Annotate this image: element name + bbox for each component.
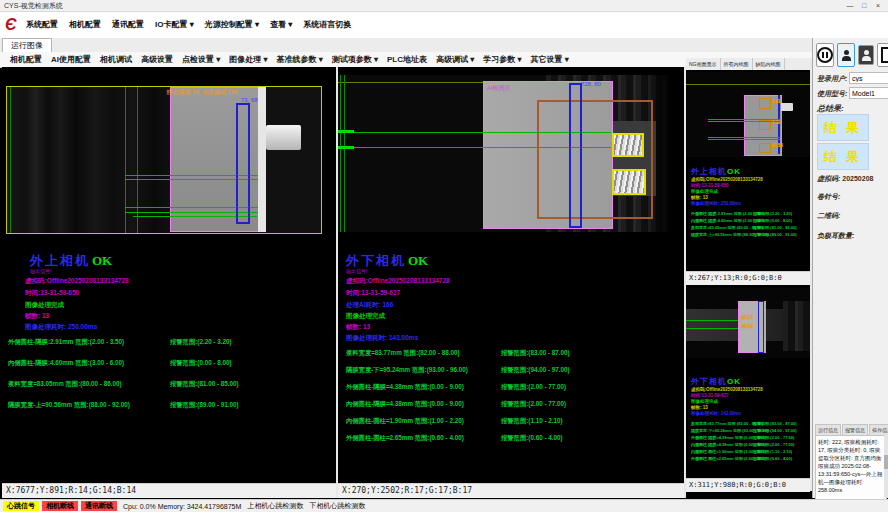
measurement-row: 内侧圆柱-隔膜=4.38mm 范围:(0.00 - 9.00)报警范围:(2.0… (691, 442, 797, 449)
exit-icon: → (881, 47, 888, 63)
roi-green-vline (340, 75, 341, 232)
white-strip (258, 87, 266, 232)
minimize-button[interactable]: — (844, 0, 856, 12)
coord-overlay-text: 73, 68 (241, 97, 258, 103)
upper-camera-heartbeat-label: 上相机心跳检测数 (247, 501, 303, 511)
toolbar-item[interactable]: 图像处理 ▾ (229, 54, 267, 65)
maximize-button[interactable]: □ (858, 0, 870, 12)
camera-sub-note: 输出信号! (30, 268, 51, 274)
measurement-list: 浆料宽度=83.77mm 范围:(82.00 - 88.00)报警范围:(83.… (346, 349, 680, 451)
done-line: 图像处理完成 (25, 301, 64, 310)
measurement-row: 内侧圆柱-圆柱=1.90mm 范围:(1.00 - 2.20)报警范围:(1.1… (691, 449, 797, 456)
pin-number-label: 卷针号: (817, 192, 840, 202)
lower-camera-image[interactable]: AI检测区 728, 80 (338, 75, 684, 232)
measure-line (708, 137, 780, 138)
toolbar-item[interactable]: 高级调试 ▾ (436, 54, 474, 65)
measurement-row: 内侧圆柱-圆柱=1.90mm 范围:(1.00 - 2.20)报警范围:(1.1… (346, 417, 680, 434)
elapsed-line: 图像处理耗时: 143.00ms (691, 411, 797, 417)
log-tab[interactable]: 运行信息 (815, 424, 841, 435)
toolbar-item[interactable]: 点检设置 ▾ (182, 54, 220, 65)
ok-badge: OK (727, 167, 741, 176)
measure-line (686, 328, 742, 329)
menu-item[interactable]: 查看 ▾ (270, 19, 292, 30)
measurement-list: 浆料宽度=83.77mm 范围:(82.00 - 88.00)报警范围:(83.… (691, 421, 797, 463)
total-result-label: 总结果: (817, 103, 844, 114)
measurement-row: 隔膜宽度-上=90.56mm 范围:(88.00 - 92.00)报警范围:(8… (8, 401, 332, 422)
close-button[interactable]: × (872, 0, 884, 12)
elapsed-line: 图像处理耗时: 250.00ms (691, 201, 797, 207)
log-tab[interactable]: 报警信息 (842, 424, 868, 435)
measurement-row: 内侧圆柱-隔膜=4.38mm 范围:(0.00 - 9.00)报警范围:(2.0… (346, 400, 680, 417)
toolbar-item[interactable]: AI使用配置 (51, 54, 91, 65)
toolbar-item[interactable]: 高级设置 (141, 54, 173, 65)
negative-tab-count-label: 负极耳数量: (817, 231, 854, 241)
toolbar-item[interactable]: 相机配置 (10, 54, 42, 65)
lower-camera-panel: AI检测区 728, 80 外下相机OK 输出信号! 虚拟码:Offline20… (338, 67, 684, 498)
status-badge: 通讯断线 (81, 501, 117, 511)
user-icon (842, 50, 851, 61)
elapsed-line: 图像处理耗时: 250.00ms (25, 323, 97, 332)
menu-item[interactable]: 系统配置 (26, 19, 58, 30)
roi-blue-rect (569, 83, 582, 228)
measurement-row: 浆料宽度=83.05mm 范围:(80.00 - 86.00)报警范围:(81.… (691, 225, 797, 232)
measurement-row: 外侧圆柱-隔膜:2.91mm 范围:(2.00 - 3.50)报警范围:(2.2… (691, 211, 797, 218)
menu-item[interactable]: 相机配置 (69, 19, 101, 30)
measure-line-bright (338, 146, 354, 149)
measurement-list: 外侧圆柱-隔膜:2.91mm 范围:(2.00 - 3.50)报警范围:(2.2… (691, 211, 797, 239)
result-lower-box: 结 果 (817, 143, 869, 170)
operator-button[interactable] (858, 45, 874, 65)
log-content: 耗时: 222, 瑕疵检测耗时: 17, 瑕疵分类耗时: 0, 瑕疵提取分区耗时… (815, 435, 887, 501)
ai-elapsed-line: 处理AI耗时: 166 (346, 301, 393, 310)
toolbar-item[interactable]: 基准线参数 ▾ (277, 54, 323, 65)
measurement-row: 外侧圆柱-圆柱=2.65mm 范围:(0.60 - 4.00)报警范围:(0.6… (691, 456, 797, 463)
measure-line (708, 121, 780, 122)
roi-blue-rect (758, 301, 764, 353)
barcode-line: 虚拟码:Offline20250208133134728 (346, 277, 450, 286)
thumbnail-tab[interactable]: 所有内线图 (721, 58, 753, 70)
toolbar-item[interactable]: 相机调试 (100, 54, 132, 65)
upper-camera-statusbar: X:7677;Y:891;R:14;G:14;B:14 (2, 483, 336, 498)
pause-icon (817, 47, 833, 63)
model-input[interactable] (849, 87, 888, 99)
ng-thumb-lower-image[interactable]: 83.77 95.24 (686, 288, 810, 358)
thumbnail-column: NG画面显示所有内线图缺陷内线图 2.91 4.60 90.56 外上相机OK … (686, 58, 810, 491)
view-tab-strip: 运行图像 (0, 38, 812, 53)
menu-item[interactable]: IO卡配置 ▾ (155, 19, 194, 30)
result-upper-box: 结 果 (817, 114, 869, 141)
measurement-row: 内侧圆柱-隔膜:4.60mm 范围:(3.00 - 6.00)报警范围:(0.0… (691, 218, 797, 225)
defect-label: 83.77 (742, 315, 753, 320)
toolbar-item[interactable]: 其它设置 ▾ (531, 54, 569, 65)
menu-item[interactable]: 光源控制配置 ▾ (205, 19, 259, 30)
measurement-row: 浆料宽度=83.77mm 范围:(82.00 - 88.00)报警范围:(83.… (691, 421, 797, 428)
status-badges: 心跳信号相机断线通讯断线 (3, 501, 117, 511)
toolbar-item[interactable]: PLC地址表 (387, 54, 427, 65)
toolbar-item[interactable]: 学习参数 ▾ (483, 54, 521, 65)
thumbnail-tab[interactable]: 缺陷内线图 (753, 58, 785, 70)
ai-roi-label: AI检测区 (487, 84, 511, 93)
log-tab[interactable]: 操作信息 (869, 424, 888, 435)
cpu-memory-text: Cpu: 0.0% Memory: 3424.41796875M (123, 503, 241, 510)
roi-blue-rect (236, 103, 249, 224)
status-badge: 相机断线 (42, 501, 78, 511)
toolbar-item[interactable]: 测试项参数 ▾ (332, 54, 378, 65)
qr-code-label: 二维码: (817, 211, 840, 221)
virtual-code-label: 虚拟码: 20250208 (817, 174, 873, 184)
tab-run-image[interactable]: 运行图像 (2, 38, 52, 52)
electrode-tab-roi (612, 169, 646, 195)
user-button[interactable] (837, 43, 855, 67)
thumbnail-tab[interactable]: NG画面显示 (686, 58, 721, 70)
status-badge: 心跳信号 (3, 501, 39, 511)
login-user-input[interactable] (849, 72, 888, 84)
ng-thumb-lower-info: 外下相机OK 虚拟码:Offline20250208133134728 时间:1… (691, 376, 797, 463)
ng-thumb-upper-image[interactable]: 2.91 4.60 90.56 (686, 72, 810, 157)
log-tabs: 运行信息报警信息操作信息 (815, 424, 888, 435)
upper-camera-image[interactable]: 静态阈值:93, 动态阈值:100 73, 68 (6, 86, 322, 234)
virtual-code-value: 20250208 (842, 175, 873, 182)
menu-item[interactable]: 通讯配置 (112, 19, 144, 30)
exit-button[interactable]: → (877, 43, 888, 67)
menu-item[interactable]: 系统语言切换 (303, 19, 351, 30)
ok-badge: OK (408, 253, 428, 268)
pause-button[interactable] (816, 43, 834, 67)
log-scrollbar[interactable] (884, 435, 888, 497)
defect-roi (759, 143, 771, 154)
